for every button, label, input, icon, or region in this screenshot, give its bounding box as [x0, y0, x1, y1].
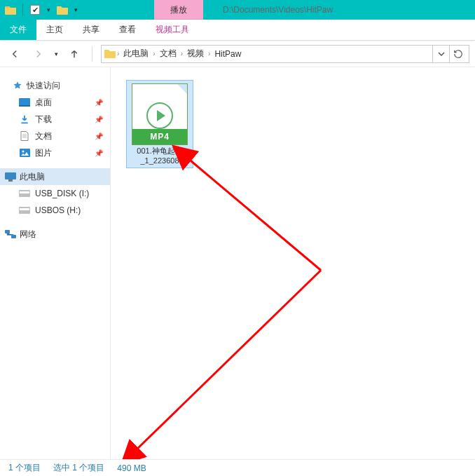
svg-rect-4 [5, 172, 16, 179]
network-icon [4, 229, 17, 240]
ribbon-contextual-header[interactable]: 播放 [154, 0, 203, 20]
nav-separator [92, 46, 92, 62]
file-tab[interactable]: 文件 [0, 19, 36, 40]
back-button[interactable] [6, 45, 24, 63]
svg-rect-5 [8, 179, 13, 182]
tab-home[interactable]: 主页 [36, 19, 73, 40]
titlebar-path: D:\Documents\Videos\HitPaw [223, 0, 333, 20]
picture-icon [18, 147, 31, 158]
tab-video-tools[interactable]: 视频工具 [146, 19, 199, 40]
format-badge: MP4 [132, 129, 187, 144]
nav-this-pc[interactable]: 此电脑 [0, 168, 110, 185]
up-button[interactable] [65, 45, 83, 63]
nav-usbos[interactable]: USBOS (H:) [0, 202, 110, 219]
explorer-body: 快速访问 桌面 📌 下载 📌 文档 📌 [0, 67, 475, 459]
qat-chevron1[interactable]: ▾ [46, 6, 52, 13]
star-icon [11, 80, 24, 91]
nav-documents[interactable]: 文档 📌 [0, 128, 110, 144]
svg-rect-0 [19, 98, 30, 105]
nav-usbos-label: USBOS (H:) [35, 205, 81, 215]
svg-rect-9 [20, 208, 29, 210]
desktop-icon [18, 97, 31, 108]
nav-network[interactable]: 网络 [0, 226, 110, 243]
breadcrumb-sep-icon: › [116, 50, 121, 57]
navigation-row: ▾ › 此电脑 › 文档 › 视频 › HitPaw [0, 41, 475, 67]
status-size: 490 MB [117, 463, 146, 473]
forward-button[interactable] [29, 45, 48, 63]
breadcrumb-sep-icon: › [207, 50, 212, 57]
pin-icon: 📌 [95, 116, 103, 123]
play-icon [146, 102, 173, 129]
address-bar[interactable]: › 此电脑 › 文档 › 视频 › HitPaw [101, 45, 469, 63]
address-dropdown-button[interactable] [432, 46, 449, 62]
crumb-thispc[interactable]: 此电脑 [121, 48, 151, 60]
nav-usb-disk[interactable]: USB_DISK (I:) [0, 185, 110, 202]
crumb-hitpaw[interactable]: HitPaw [212, 49, 244, 59]
nav-downloads[interactable]: 下载 📌 [0, 111, 110, 128]
tab-share[interactable]: 共享 [73, 19, 109, 40]
drive-icon [18, 188, 31, 199]
svg-rect-1 [19, 105, 30, 107]
address-bar-buttons [432, 46, 466, 62]
window-titlebar: ✔ ▾ ▾ 播放 D:\Documents\Videos\HitPaw [0, 0, 475, 20]
drive-icon [18, 205, 31, 216]
tab-view[interactable]: 查看 [109, 19, 146, 40]
nav-documents-label: 文档 [35, 130, 52, 142]
nav-usb-disk-label: USB_DISK (I:) [35, 189, 89, 198]
qat-folder2-icon [56, 4, 69, 16]
nav-pictures[interactable]: 图片 📌 [0, 144, 110, 161]
content-area[interactable]: MP4 001.神龟起源 _1_223608 [111, 67, 475, 459]
file-item[interactable]: MP4 001.神龟起源 _1_223608 [126, 80, 193, 168]
breadcrumb-sep-icon: › [179, 50, 184, 57]
pin-icon: 📌 [95, 99, 103, 107]
qat-chevron2[interactable]: ▾ [73, 6, 79, 13]
status-item-count: 1 个项目 [8, 462, 41, 474]
file-name-line2: _1_223608 [128, 156, 191, 166]
nav-network-label: 网络 [20, 229, 36, 240]
nav-this-pc-label: 此电脑 [20, 171, 45, 183]
crumb-documents[interactable]: 文档 [157, 48, 179, 60]
nav-quick-access-label: 快速访问 [27, 80, 60, 92]
svg-point-3 [22, 151, 24, 153]
breadcrumb-sep-icon: › [151, 50, 156, 57]
navigation-pane: 快速访问 桌面 📌 下载 📌 文档 📌 [0, 67, 111, 459]
crumb-videos[interactable]: 视频 [184, 48, 207, 60]
computer-icon [4, 171, 17, 182]
svg-line-12 [188, 158, 321, 271]
svg-line-13 [135, 270, 321, 451]
quick-access-toolbar: ✔ ▾ ▾ [0, 4, 79, 16]
qat-separator [22, 4, 23, 16]
refresh-button[interactable] [449, 46, 466, 62]
svg-rect-7 [20, 191, 29, 193]
ribbon-tabs: 文件 主页 共享 查看 视频工具 [0, 20, 475, 41]
document-icon [18, 130, 31, 142]
nav-desktop-label: 桌面 [35, 97, 52, 109]
nav-quick-access[interactable]: 快速访问 [0, 77, 110, 94]
qat-check1[interactable]: ✔ [29, 4, 41, 16]
svg-rect-10 [5, 230, 10, 233]
file-name-line1: 001.神龟起源 [128, 147, 191, 156]
nav-pictures-label: 图片 [35, 147, 52, 159]
pin-icon: 📌 [95, 149, 103, 157]
address-folder-icon [104, 49, 116, 58]
nav-desktop[interactable]: 桌面 📌 [0, 94, 110, 111]
status-selection: 选中 1 个项目 [53, 462, 104, 474]
nav-downloads-label: 下载 [35, 114, 52, 125]
qat-folder-icon [4, 4, 17, 16]
pin-icon: 📌 [95, 132, 103, 140]
status-bar: 1 个项目 选中 1 个项目 490 MB [0, 459, 475, 476]
file-thumbnail: MP4 [132, 83, 188, 145]
download-icon [18, 114, 31, 125]
history-dropdown[interactable]: ▾ [53, 50, 60, 57]
svg-rect-2 [20, 149, 30, 157]
